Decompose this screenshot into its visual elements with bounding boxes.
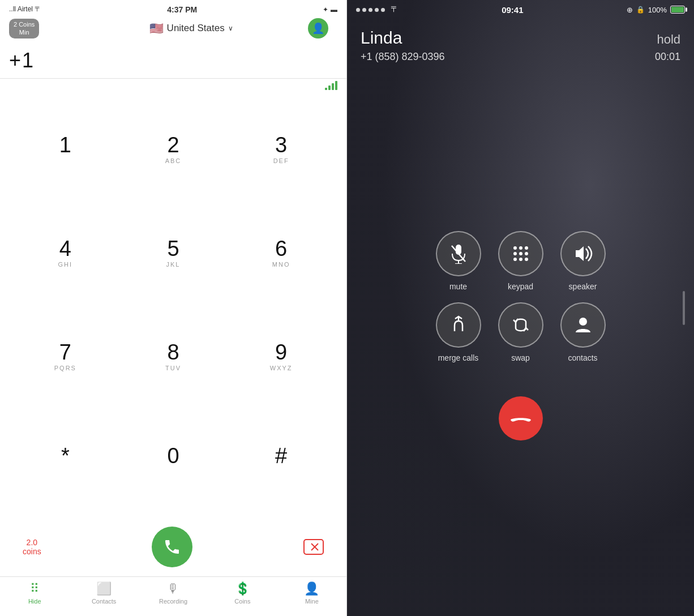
lock-icon: 🔒 [636, 6, 645, 14]
country-name: United States [167, 23, 225, 34]
svg-point-20 [579, 318, 587, 326]
dot-4 [375, 8, 379, 12]
location-icon: ⊕ [627, 6, 633, 14]
time-display: 4:37 PM [167, 5, 197, 14]
speaker-button[interactable] [560, 231, 606, 276]
contact-name: Linda [361, 28, 402, 48]
dial-key-2[interactable]: 2 ABC [119, 98, 228, 202]
dot-1 [356, 8, 360, 12]
right-panel: 〒 09:41 ⊕ 🔒 100% Linda hold +1 (858) 829… [347, 0, 694, 616]
swap-control[interactable]: swap [498, 302, 543, 362]
wifi-icon: 〒 [391, 5, 399, 15]
dial-key-6[interactable]: 6 MNO [227, 201, 335, 305]
call-number: +1 (858) 829-0396 [361, 51, 445, 63]
keypad-label: keypad [508, 282, 533, 291]
svg-point-10 [513, 252, 517, 255]
svg-point-13 [513, 258, 517, 261]
call-button[interactable] [152, 527, 192, 567]
battery-indicator [670, 6, 685, 14]
add-contact-button[interactable]: 👤 [308, 18, 328, 38]
dial-key-1[interactable]: 1 [11, 98, 119, 202]
country-selector[interactable]: 🇺🇸 United States ∨ [149, 22, 233, 35]
delete-button[interactable] [303, 537, 324, 557]
signal-text: ..ll Airtel 〒 [9, 5, 41, 13]
coins-badge[interactable]: 2 Coins Min [9, 19, 39, 38]
battery-fill [671, 7, 684, 12]
merge-calls-control[interactable]: merge calls [436, 302, 481, 362]
call-controls: mute keypad [347, 72, 694, 616]
left-header: 🇺🇸 United States ∨ 👤 [45, 22, 337, 35]
dial-key-8[interactable]: 8 TUV [119, 305, 228, 408]
left-panel: ..ll Airtel 〒 4:37 PM ✦ ▬ 2 Coins Min 🇺🇸… [0, 0, 347, 616]
contacts-control[interactable]: contacts [560, 302, 606, 362]
tab-mine[interactable]: 👤 Mine [277, 581, 346, 605]
end-call-area [499, 396, 543, 440]
contacts-label: contacts [568, 353, 597, 362]
chevron-down-icon: ∨ [228, 24, 233, 32]
right-status-bar: 〒 09:41 ⊕ 🔒 100% [347, 0, 694, 17]
speaker-control[interactable]: speaker [560, 231, 606, 291]
signal-indicator: ..ll Airtel 〒 [9, 5, 41, 14]
svg-point-8 [519, 246, 522, 250]
battery-percentage: 100% [648, 6, 667, 14]
merge-calls-label: merge calls [438, 353, 479, 362]
svg-marker-16 [576, 246, 584, 261]
dial-key-7[interactable]: 7 PQRS [11, 305, 119, 408]
swap-button[interactable] [498, 302, 543, 348]
swap-label: swap [511, 353, 530, 362]
dot-2 [362, 8, 366, 12]
svg-point-14 [519, 258, 522, 261]
tab-bar: ⠿ Hide ⬜ Contacts 🎙 Recording 💲 Coins 👤 … [0, 576, 346, 616]
svg-point-12 [525, 252, 528, 255]
svg-rect-0 [304, 540, 323, 554]
call-contact-row: Linda hold [361, 28, 680, 48]
svg-point-11 [519, 252, 522, 255]
controls-grid: mute keypad [436, 231, 606, 362]
r-status-left: 〒 [356, 5, 399, 15]
mute-button[interactable] [436, 231, 481, 276]
dial-key-star[interactable]: * [11, 408, 119, 512]
tab-recording[interactable]: 🎙 Recording [139, 581, 208, 605]
hide-icon: ⠿ [30, 581, 39, 596]
left-status-bar: ..ll Airtel 〒 4:37 PM ✦ ▬ [0, 0, 346, 16]
dial-key-5[interactable]: 5 JKL [119, 201, 228, 305]
speaker-label: speaker [569, 282, 597, 291]
recording-tab-icon: 🎙 [167, 581, 179, 596]
mute-label: mute [449, 282, 467, 291]
bar-2 [328, 85, 331, 90]
hold-label: hold [657, 32, 680, 47]
dial-key-4[interactable]: 4 GHI [11, 201, 119, 305]
svg-point-7 [513, 246, 517, 250]
keypad-control[interactable]: keypad [498, 231, 543, 291]
tab-contacts[interactable]: ⬜ Contacts [69, 581, 138, 605]
coins-tab-icon: 💲 [235, 581, 250, 596]
dot-3 [369, 8, 372, 12]
dial-key-3[interactable]: 3 DEF [227, 98, 335, 202]
signal-bars [325, 81, 337, 90]
merge-calls-button[interactable] [436, 302, 481, 348]
r-status-right: ⊕ 🔒 100% [627, 6, 685, 14]
bar-3 [332, 83, 334, 90]
contacts-button[interactable] [560, 302, 606, 348]
contacts-tab-icon: ⬜ [96, 581, 112, 596]
svg-point-9 [525, 246, 528, 250]
battery-icon: ▬ [331, 6, 337, 14]
keypad-button[interactable] [498, 231, 543, 276]
dial-key-hash[interactable]: # [227, 408, 335, 512]
bottom-actions: 2.0 coins [0, 517, 346, 576]
signal-bars-area [0, 79, 346, 92]
end-call-button[interactable] [499, 396, 543, 440]
mute-control[interactable]: mute [436, 231, 481, 291]
number-input-area[interactable]: +1 [0, 41, 346, 79]
country-flag: 🇺🇸 [149, 22, 164, 35]
dial-key-9[interactable]: 9 WXYZ [227, 305, 335, 408]
scroll-indicator [683, 291, 685, 325]
tab-coins[interactable]: 💲 Coins [208, 581, 277, 605]
coins-cost-label: 2.0 coins [23, 538, 41, 556]
call-duration: 00:01 [655, 51, 680, 63]
dial-key-0[interactable]: 0 [119, 408, 228, 512]
tab-hide[interactable]: ⠿ Hide [0, 581, 69, 605]
number-display: +1 [9, 46, 337, 75]
svg-point-15 [525, 258, 528, 261]
dialpad: 1 2 ABC 3 DEF 4 GHI 5 JKL 6 MNO 7 PQRS 8 [0, 92, 346, 517]
